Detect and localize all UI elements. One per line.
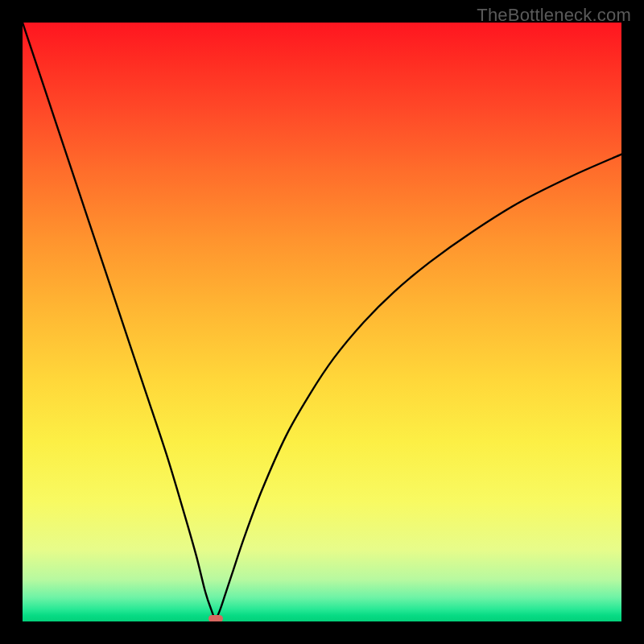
watermark-text: TheBottleneck.com [477,5,631,26]
optimum-marker [208,615,223,621]
curve-svg [23,23,621,621]
bottleneck-curve [23,23,621,618]
plot-area [23,23,621,621]
chart-frame: TheBottleneck.com [0,0,644,644]
